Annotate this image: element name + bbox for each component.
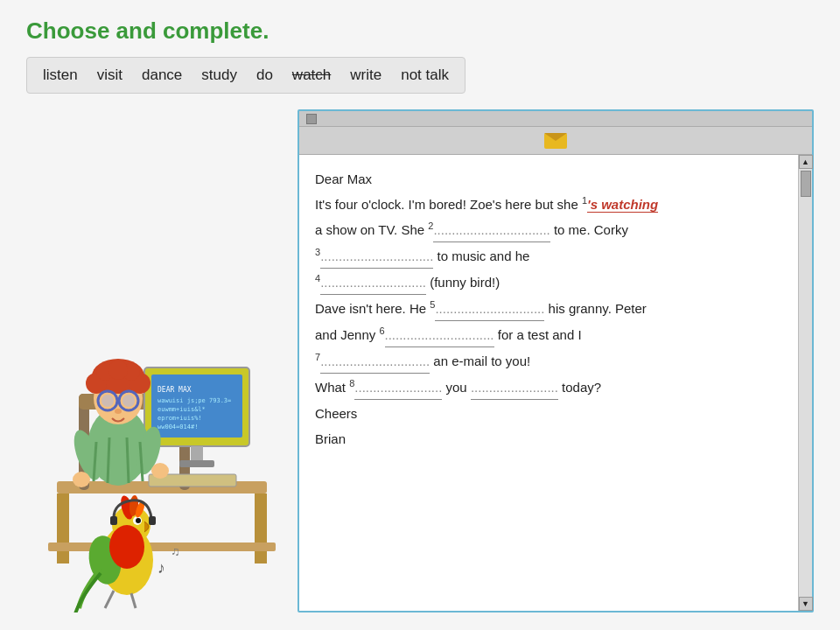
salutation: Dear Max [315,167,779,191]
blank-5: .............................. [435,297,544,321]
blank-8a: ........................ [354,375,442,400]
word-do: do [256,66,273,84]
scroll-down-button[interactable]: ▼ [799,597,813,611]
word-visit: visit [97,66,122,84]
word-listen: listen [43,66,78,84]
email-body: Dear Max It's four o'clock. I'm bored! Z… [299,155,812,611]
line-4: 4............................. (funny bi… [315,270,779,295]
blank-3: ............................... [320,244,433,269]
blank-2: ................................ [433,218,550,242]
name-line: Brian [315,427,779,451]
line-2: a show on TV. She 2.....................… [315,218,779,242]
scroll-thumb[interactable] [801,171,811,197]
line-3: 3............................... to musi… [315,244,779,269]
blank-8b: ........................ [471,375,558,400]
svg-line-50 [105,591,114,608]
svg-rect-3 [48,542,276,551]
window-square [306,114,317,124]
line-7: 7.............................. an e-mai… [315,349,779,374]
svg-line-51 [131,593,136,608]
email-top-bar [299,111,812,127]
svg-rect-2 [255,494,267,564]
svg-rect-15 [179,460,214,467]
email-header [299,127,812,155]
svg-point-28 [102,395,114,407]
scroll-track [799,169,812,597]
page-title: Choose and complete. [26,18,814,45]
line-5: Dave isn't here. He 5...................… [315,297,779,321]
word-not-talk: not talk [401,66,449,84]
svg-rect-1 [57,494,69,564]
email-body-inner: Dear Max It's four o'clock. I'm bored! Z… [315,167,796,451]
word-bank: listen visit dance study do watch write … [26,57,466,94]
svg-text:ww004=014#!: ww004=014#! [158,424,198,430]
line-6: and Jenny 6.............................… [315,323,779,347]
blank-6: .............................. [385,323,494,347]
main-area: DEAR MAX wawuisi js;pe 793.3= euwmm+iuis… [26,109,814,612]
email-envelope-icon [544,133,567,149]
svg-line-37 [127,438,129,483]
svg-text:♫: ♫ [171,544,180,558]
svg-point-34 [151,463,169,479]
line-1: It's four o'clock. I'm bored! Zoe's here… [315,192,779,216]
svg-line-36 [108,438,109,483]
word-study: study [201,66,237,84]
scroll-up-button[interactable]: ▲ [799,155,813,169]
line-8: What 8........................ you .....… [315,375,779,400]
svg-rect-47 [110,516,117,525]
svg-text:euwmm+iuis&l*: euwmm+iuis&l* [158,406,206,413]
word-dance: dance [142,66,182,84]
svg-rect-48 [149,516,156,525]
svg-point-33 [73,472,90,487]
svg-point-29 [122,395,135,407]
cheers-line: Cheers [315,402,779,425]
illustration: DEAR MAX wawuisi js;pe 793.3= euwmm+iuis… [26,109,298,612]
scene-illustration: DEAR MAX wawuisi js;pe 793.3= euwmm+iuis… [31,245,293,612]
scrollbar: ▲ ▼ [798,155,812,611]
svg-text:♪: ♪ [158,559,165,577]
svg-point-24 [108,360,128,380]
answer-1: 's watching [587,197,658,213]
svg-rect-14 [191,446,203,462]
word-watch: watch [292,66,331,84]
blank-4: ............................. [320,270,426,295]
blank-7: .............................. [320,349,430,374]
word-write: write [350,66,382,84]
svg-point-30 [115,409,122,414]
email-panel: Dear Max It's four o'clock. I'm bored! Z… [298,109,814,612]
svg-point-43 [136,518,141,523]
svg-text:wawuisi js;pe 793.3=: wawuisi js;pe 793.3= [158,397,231,404]
svg-text:eprom+iuis%!: eprom+iuis%! [158,415,202,422]
svg-point-49 [109,525,144,569]
svg-text:DEAR MAX: DEAR MAX [158,386,192,394]
